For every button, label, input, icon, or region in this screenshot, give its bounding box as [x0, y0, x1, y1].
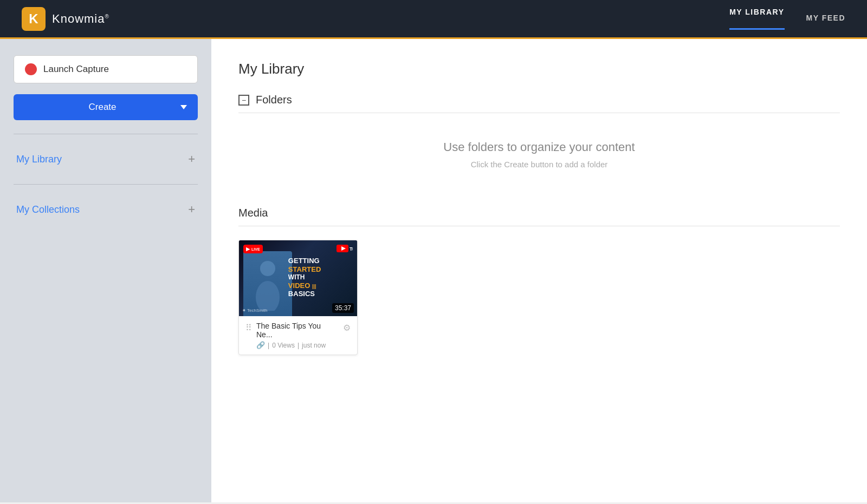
thumb-text: GETTING STARTED WITH VIDEO ||| BASICS — [288, 257, 321, 298]
media-grid: ▶ LIVE GETTING STARTED WITH VIDEO ||| BA… — [238, 240, 840, 355]
media-details: The Basic Tips You Ne... 🔗 | 0 Views | j… — [256, 322, 339, 349]
top-nav: K Knowmia® MY LIBRARY MY FEED — [0, 0, 867, 39]
svg-point-1 — [256, 281, 280, 311]
folders-section: − Folders Use folders to organize your c… — [238, 94, 840, 191]
media-card-info: ⠿ The Basic Tips You Ne... 🔗 | 0 Views |… — [239, 316, 357, 355]
folders-empty-subtitle: Click the Create button to add a folder — [238, 160, 840, 169]
layout: Launch Capture Create My Library + My Co… — [0, 39, 867, 502]
sidebar-divider-1 — [14, 134, 198, 134]
thumb-with: WITH — [288, 273, 321, 281]
logo: K Knowmia® — [22, 7, 109, 31]
record-icon — [25, 63, 37, 75]
folders-section-title: Folders — [256, 94, 292, 106]
youtube-live-badge: ▶ LIVE — [243, 245, 263, 253]
launch-capture-button[interactable]: Launch Capture — [14, 55, 198, 83]
link-icon: 🔗 — [256, 341, 265, 349]
techsmith-watermark: ✷ TechSmith — [242, 308, 267, 313]
nav-links: MY LIBRARY MY FEED — [729, 8, 845, 30]
sidebar-my-collections-label[interactable]: My Collections — [16, 204, 80, 215]
thumb-person-inner — [243, 251, 292, 316]
page-title: My Library — [238, 61, 840, 77]
logo-icon: K — [22, 7, 46, 31]
drag-handle-icon[interactable]: ⠿ — [245, 323, 252, 333]
svg-point-0 — [260, 261, 275, 276]
media-settings-button[interactable]: ⚙ — [343, 323, 351, 333]
media-section-header: Media — [238, 207, 840, 226]
folders-section-header: − Folders — [238, 94, 840, 113]
media-meta: 🔗 | 0 Views | just now — [256, 341, 339, 349]
media-title: The Basic Tips You Ne... — [256, 322, 339, 339]
media-section-title: Media — [238, 207, 268, 219]
collapse-folders-icon[interactable]: − — [238, 95, 249, 106]
thumb-person — [243, 251, 292, 316]
sidebar-divider-2 — [14, 184, 198, 185]
sidebar-my-library-section: My Library + — [14, 148, 198, 171]
sidebar: Launch Capture Create My Library + My Co… — [0, 39, 211, 502]
sidebar-my-library-add-button[interactable]: + — [188, 153, 195, 165]
media-views: 0 Views — [272, 342, 295, 349]
main-content: My Library − Folders Use folders to orga… — [211, 39, 867, 502]
sidebar-my-collections-add-button[interactable]: + — [188, 204, 195, 215]
thumbnail-content: ▶ LIVE GETTING STARTED WITH VIDEO ||| BA… — [239, 240, 357, 316]
thumb-video: VIDEO ||| — [288, 282, 321, 290]
logo-name: Knowmia® — [52, 12, 109, 26]
svg-text:Tube: Tube — [350, 246, 353, 252]
folders-empty-title: Use folders to organize your content — [238, 140, 840, 154]
media-thumbnail[interactable]: ▶ LIVE GETTING STARTED WITH VIDEO ||| BA… — [239, 240, 357, 316]
sidebar-my-library-label[interactable]: My Library — [16, 154, 62, 165]
media-meta-sep2: | — [297, 342, 299, 349]
thumb-basics: BASICS — [288, 290, 321, 298]
create-button[interactable]: Create — [14, 94, 198, 120]
folders-empty-state: Use folders to organize your content Cli… — [238, 113, 840, 191]
video-duration: 35:37 — [332, 303, 354, 313]
chevron-down-icon — [180, 105, 187, 109]
create-label: Create — [24, 102, 180, 113]
media-meta-separator: | — [268, 342, 269, 349]
media-section: Media — [238, 207, 840, 355]
nav-link-my-feed[interactable]: MY FEED — [806, 14, 845, 24]
sidebar-my-collections-section: My Collections + — [14, 198, 198, 221]
launch-capture-label: Launch Capture — [43, 64, 109, 75]
media-time: just now — [302, 342, 326, 349]
thumb-getting: GETTING — [288, 257, 321, 265]
media-card: ▶ LIVE GETTING STARTED WITH VIDEO ||| BA… — [238, 240, 358, 355]
youtube-logo: Tube — [337, 245, 353, 252]
nav-link-my-library[interactable]: MY LIBRARY — [729, 8, 784, 30]
thumb-started: STARTED — [288, 265, 321, 274]
